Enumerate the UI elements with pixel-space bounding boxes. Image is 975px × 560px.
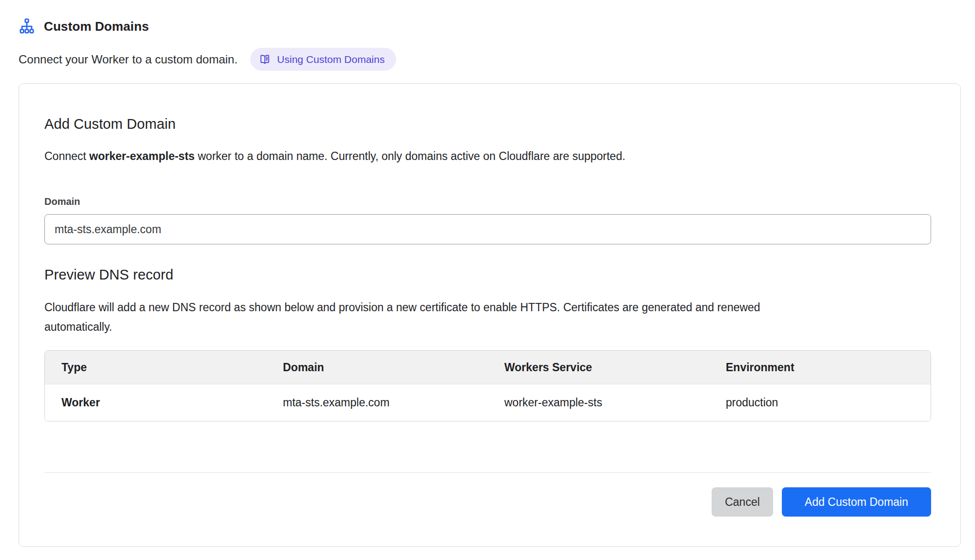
page-subheader: Connect your Worker to a custom domain. … [19,48,959,71]
table-row: Worker mta-sts.example.com worker-exampl… [45,384,931,421]
docs-link-using-custom-domains[interactable]: Using Custom Domains [250,48,396,71]
intro-suffix: worker to a domain name. Currently, only… [195,150,625,162]
column-header-type: Type [45,361,266,374]
column-header-environment: Environment [709,361,931,374]
page-title: Custom Domains [44,19,149,34]
intro-text: Connect worker-example-sts worker to a d… [44,148,931,164]
cell-workers-service: worker-example-sts [488,396,709,409]
cancel-button[interactable]: Cancel [712,487,773,517]
dns-preview-table: Type Domain Workers Service Environment … [44,350,931,421]
page-subtitle: Connect your Worker to a custom domain. [19,53,238,66]
footer-actions: Cancel Add Custom Domain [44,487,931,517]
intro-prefix: Connect [44,150,89,162]
cell-domain: mta-sts.example.com [266,396,488,409]
page-header: Custom Domains [19,16,959,37]
docs-link-label: Using Custom Domains [277,54,385,65]
add-custom-domain-button[interactable]: Add Custom Domain [782,487,931,517]
open-book-icon [259,54,271,65]
dns-record-description: Cloudflare will add a new DNS record as … [44,298,762,337]
cell-environment: production [709,396,931,409]
table-header-row: Type Domain Workers Service Environment [45,351,931,384]
domain-input[interactable] [44,214,931,244]
hierarchy-icon [19,18,35,35]
add-custom-domain-card: Add Custom Domain Connect worker-example… [19,83,961,547]
column-header-workers-service: Workers Service [488,361,709,374]
column-header-domain: Domain [266,361,488,374]
cell-type: Worker [45,396,266,409]
domain-field-label: Domain [44,196,931,207]
footer-divider [44,472,931,473]
worker-name: worker-example-sts [89,150,195,162]
custom-domains-page: Custom Domains Connect your Worker to a … [0,0,975,547]
add-custom-domain-heading: Add Custom Domain [44,116,931,132]
preview-dns-record-heading: Preview DNS record [44,267,931,283]
